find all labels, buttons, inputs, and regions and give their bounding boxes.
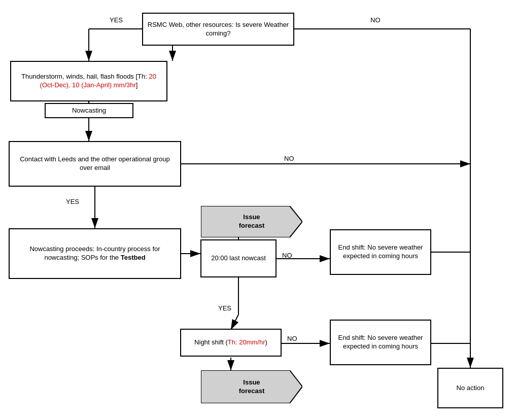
thunderstorm-threshold: 20 (Oct-Dec), 10 (Jan-April) mm/3hr [40,73,156,89]
yes-top-label: YES [110,16,123,24]
end-shift-1-box: End shift: No severe weather expected in… [330,229,431,275]
issue-forecast-label-2: Issueforecast [239,378,265,396]
end-shift-1-label: End shift: No severe weather expected in… [335,243,426,261]
night-shift-box: Night shift (Th: 20mm/hr) [180,329,282,357]
rsmc-label: RSMC Web, other resources: Is severe Wea… [147,21,289,38]
contact-label: Contact with Leeds and the other operati… [14,155,176,172]
no-nowcast-label: NO [282,252,292,259]
nowcasting-proceeds-box: Nowcasting proceeds: In-country process … [9,228,181,279]
no-action-label: No action [457,384,485,393]
nowcasting-label: Nowcasting [72,107,106,115]
contact-box: Contact with Leeds and the other operati… [9,141,181,187]
issue-forecast-chevron-2: Issueforecast [201,370,302,403]
thunderstorm-box: Thunderstorm, winds, hail, flash floods … [10,61,167,101]
nowcasting-proceeds-label: Nowcasting proceeds: In-country process … [14,245,176,262]
yes-left-label: YES [66,198,79,205]
night-shift-threshold: Th: 20mm/hr [228,338,265,346]
last-nowcast-label: 20:00 last nowcast [211,254,266,263]
yes-night-label: YES [218,304,231,312]
last-nowcast-box: 20:00 last nowcast [200,239,277,277]
svg-line-15 [231,314,238,330]
night-shift-label: Night shift (Th: 20mm/hr) [194,338,267,347]
issue-forecast-label-1: Issueforecast [239,213,265,230]
flowchart: RSMC Web, other resources: Is severe Wea… [0,0,517,420]
nowcasting-box: Nowcasting [45,103,133,118]
no-action-box: No action [437,368,503,408]
no-contact-label: NO [284,155,294,162]
no-night-label: NO [287,335,297,342]
issue-forecast-chevron-1: Issueforecast [201,206,302,237]
end-shift-2-box: End shift: No severe weather expected in… [330,320,431,365]
no-top-label: NO [370,16,381,24]
thunderstorm-label: Thunderstorm, winds, hail, flash floods … [15,73,162,90]
rsmc-box: RSMC Web, other resources: Is severe Wea… [142,13,294,46]
end-shift-2-label: End shift: No severe weather expected in… [335,334,426,351]
